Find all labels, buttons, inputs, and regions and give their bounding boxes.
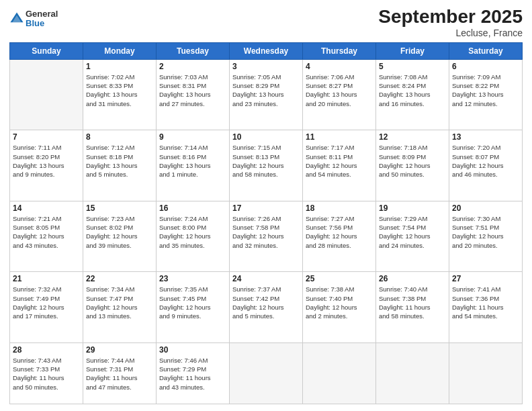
calendar-table: Sunday Monday Tuesday Wednesday Thursday… [9, 42, 523, 404]
col-tuesday: Tuesday [157, 42, 230, 59]
logo-general: General [26, 9, 58, 19]
calendar-cell: 9Sunrise: 7:14 AM Sunset: 8:16 PM Daylig… [157, 130, 230, 201]
day-info: Sunrise: 7:17 AM Sunset: 8:11 PM Dayligh… [306, 143, 373, 179]
day-number: 8 [86, 132, 153, 142]
day-number: 21 [13, 274, 80, 283]
day-number: 10 [232, 132, 300, 142]
calendar-cell: 28Sunrise: 7:43 AM Sunset: 7:33 PM Dayli… [10, 342, 83, 404]
header: General Blue September 2025 Lecluse, Fra… [9, 7, 523, 38]
calendar-cell: 12Sunrise: 7:18 AM Sunset: 8:09 PM Dayli… [376, 130, 449, 201]
calendar-title: September 2025 [378, 7, 523, 28]
calendar-cell: 17Sunrise: 7:26 AM Sunset: 7:58 PM Dayli… [230, 201, 303, 271]
day-info: Sunrise: 7:27 AM Sunset: 7:56 PM Dayligh… [306, 214, 373, 250]
col-saturday: Saturday [449, 42, 523, 59]
calendar-cell: 19Sunrise: 7:29 AM Sunset: 7:54 PM Dayli… [376, 201, 449, 271]
day-info: Sunrise: 7:38 AM Sunset: 7:40 PM Dayligh… [306, 285, 373, 320]
col-friday: Friday [376, 42, 449, 59]
calendar-subtitle: Lecluse, France [378, 28, 523, 38]
day-info: Sunrise: 7:06 AM Sunset: 8:27 PM Dayligh… [306, 73, 373, 108]
day-number: 4 [306, 62, 373, 71]
day-number: 5 [379, 62, 446, 71]
day-number: 25 [306, 274, 373, 283]
calendar-cell [376, 342, 449, 404]
day-number: 29 [86, 345, 153, 355]
day-number: 13 [452, 132, 519, 142]
day-info: Sunrise: 7:43 AM Sunset: 7:33 PM Dayligh… [13, 356, 80, 392]
page: General Blue September 2025 Lecluse, Fra… [0, 0, 532, 411]
calendar-cell: 11Sunrise: 7:17 AM Sunset: 8:11 PM Dayli… [303, 130, 376, 201]
day-info: Sunrise: 7:26 AM Sunset: 7:58 PM Dayligh… [232, 214, 300, 250]
day-number: 3 [232, 62, 300, 71]
day-number: 24 [232, 274, 300, 283]
calendar-cell [230, 342, 303, 404]
logo-text: General Blue [26, 9, 58, 29]
day-number: 27 [452, 274, 519, 283]
day-info: Sunrise: 7:14 AM Sunset: 8:16 PM Dayligh… [159, 143, 226, 179]
logo: General Blue [9, 9, 58, 29]
day-number: 2 [159, 62, 226, 71]
calendar-cell: 10Sunrise: 7:15 AM Sunset: 8:13 PM Dayli… [230, 130, 303, 201]
calendar-cell: 30Sunrise: 7:46 AM Sunset: 7:29 PM Dayli… [157, 342, 230, 404]
day-number: 12 [379, 132, 446, 142]
calendar-cell [303, 342, 376, 404]
day-info: Sunrise: 7:08 AM Sunset: 8:24 PM Dayligh… [379, 73, 446, 108]
calendar-cell [10, 59, 83, 130]
day-info: Sunrise: 7:02 AM Sunset: 8:33 PM Dayligh… [86, 73, 153, 108]
calendar-cell [449, 342, 523, 404]
day-number: 15 [86, 203, 153, 213]
calendar-header-row: Sunday Monday Tuesday Wednesday Thursday… [10, 42, 523, 59]
calendar-cell: 13Sunrise: 7:20 AM Sunset: 8:07 PM Dayli… [449, 130, 523, 201]
calendar-cell: 14Sunrise: 7:21 AM Sunset: 8:05 PM Dayli… [10, 201, 83, 271]
day-number: 26 [379, 274, 446, 283]
calendar-cell: 27Sunrise: 7:41 AM Sunset: 7:36 PM Dayli… [449, 272, 523, 342]
day-info: Sunrise: 7:15 AM Sunset: 8:13 PM Dayligh… [232, 143, 300, 179]
title-block: September 2025 Lecluse, France [378, 7, 523, 38]
day-info: Sunrise: 7:03 AM Sunset: 8:31 PM Dayligh… [159, 73, 226, 108]
col-wednesday: Wednesday [230, 42, 303, 59]
calendar-cell: 20Sunrise: 7:30 AM Sunset: 7:51 PM Dayli… [449, 201, 523, 271]
day-info: Sunrise: 7:09 AM Sunset: 8:22 PM Dayligh… [452, 73, 519, 108]
calendar-cell: 5Sunrise: 7:08 AM Sunset: 8:24 PM Daylig… [376, 59, 449, 130]
day-info: Sunrise: 7:18 AM Sunset: 8:09 PM Dayligh… [379, 143, 446, 179]
calendar-cell: 6Sunrise: 7:09 AM Sunset: 8:22 PM Daylig… [449, 59, 523, 130]
calendar-cell: 22Sunrise: 7:34 AM Sunset: 7:47 PM Dayli… [83, 272, 157, 342]
day-number: 1 [86, 62, 153, 71]
col-monday: Monday [83, 42, 157, 59]
day-number: 28 [13, 345, 80, 355]
day-info: Sunrise: 7:23 AM Sunset: 8:02 PM Dayligh… [86, 214, 153, 250]
day-info: Sunrise: 7:34 AM Sunset: 7:47 PM Dayligh… [86, 285, 153, 320]
day-number: 22 [86, 274, 153, 283]
calendar-cell: 1Sunrise: 7:02 AM Sunset: 8:33 PM Daylig… [83, 59, 157, 130]
day-number: 19 [379, 203, 446, 213]
day-info: Sunrise: 7:46 AM Sunset: 7:29 PM Dayligh… [159, 356, 226, 392]
day-info: Sunrise: 7:30 AM Sunset: 7:51 PM Dayligh… [452, 214, 519, 250]
calendar-cell: 18Sunrise: 7:27 AM Sunset: 7:56 PM Dayli… [303, 201, 376, 271]
logo-icon [9, 11, 24, 26]
calendar-cell: 2Sunrise: 7:03 AM Sunset: 8:31 PM Daylig… [157, 59, 230, 130]
calendar-cell: 4Sunrise: 7:06 AM Sunset: 8:27 PM Daylig… [303, 59, 376, 130]
day-number: 20 [452, 203, 519, 213]
day-number: 14 [13, 203, 80, 213]
col-thursday: Thursday [303, 42, 376, 59]
calendar-cell: 21Sunrise: 7:32 AM Sunset: 7:49 PM Dayli… [10, 272, 83, 342]
calendar-cell: 29Sunrise: 7:44 AM Sunset: 7:31 PM Dayli… [83, 342, 157, 404]
day-number: 30 [159, 345, 226, 355]
calendar-cell: 7Sunrise: 7:11 AM Sunset: 8:20 PM Daylig… [10, 130, 83, 201]
calendar-cell: 8Sunrise: 7:12 AM Sunset: 8:18 PM Daylig… [83, 130, 157, 201]
day-info: Sunrise: 7:21 AM Sunset: 8:05 PM Dayligh… [13, 214, 80, 250]
calendar-cell: 25Sunrise: 7:38 AM Sunset: 7:40 PM Dayli… [303, 272, 376, 342]
day-info: Sunrise: 7:05 AM Sunset: 8:29 PM Dayligh… [232, 73, 300, 108]
day-number: 9 [159, 132, 226, 142]
day-number: 7 [13, 132, 80, 142]
day-number: 6 [452, 62, 519, 71]
day-info: Sunrise: 7:44 AM Sunset: 7:31 PM Dayligh… [86, 356, 153, 392]
day-info: Sunrise: 7:11 AM Sunset: 8:20 PM Dayligh… [13, 143, 80, 179]
day-number: 11 [306, 132, 373, 142]
day-info: Sunrise: 7:12 AM Sunset: 8:18 PM Dayligh… [86, 143, 153, 179]
day-info: Sunrise: 7:35 AM Sunset: 7:45 PM Dayligh… [159, 285, 226, 320]
calendar-cell: 3Sunrise: 7:05 AM Sunset: 8:29 PM Daylig… [230, 59, 303, 130]
calendar-cell: 15Sunrise: 7:23 AM Sunset: 8:02 PM Dayli… [83, 201, 157, 271]
day-info: Sunrise: 7:24 AM Sunset: 8:00 PM Dayligh… [159, 214, 226, 250]
day-info: Sunrise: 7:41 AM Sunset: 7:36 PM Dayligh… [452, 285, 519, 320]
day-number: 17 [232, 203, 300, 213]
